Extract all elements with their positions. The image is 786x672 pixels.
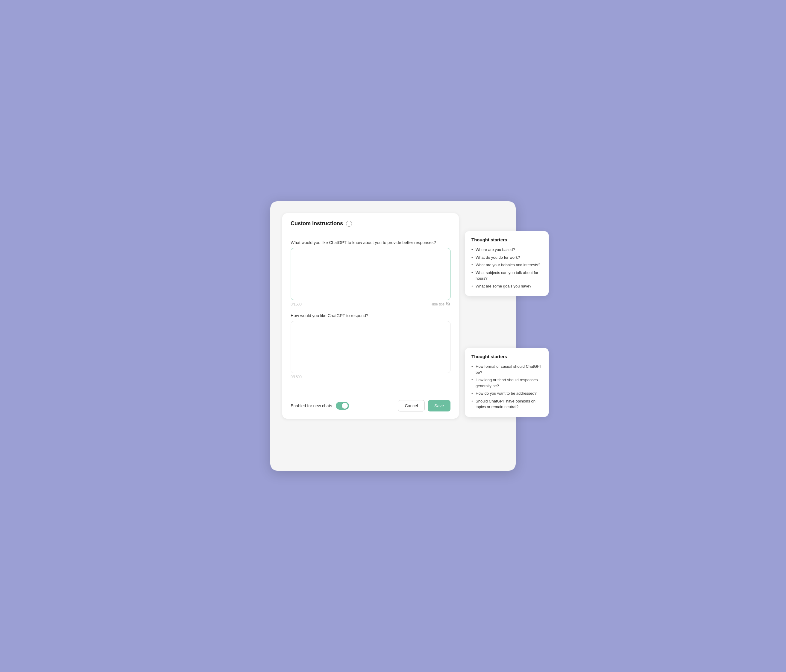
cancel-button[interactable]: Cancel [398,400,425,411]
thought-starters-1-list: Where are you based? What do you do for … [472,246,542,290]
outer-card: Custom instructions i What would you lik… [270,201,516,471]
section2-textarea-wrapper [291,321,450,373]
list-item: How do you want to be addressed? [472,390,542,397]
section2-label: How would you like ChatGPT to respond? [291,313,450,318]
button-group: Cancel Save [398,400,450,411]
list-item: Where are you based? [472,246,542,253]
list-item: What are your hobbies and interests? [472,261,542,269]
section2-footer: 0/1500 [291,375,450,379]
section1-textarea[interactable] [291,248,450,300]
thought-starters-panel-1: Thought starters Where are you based? Wh… [465,231,549,296]
list-item: What are some goals you have? [472,282,542,290]
card-footer: Enabled for new chats Cancel Save [282,394,459,419]
save-button[interactable]: Save [428,400,450,411]
toggle-section: Enabled for new chats [291,402,349,410]
list-item: What do you do for work? [472,253,542,261]
card-body: What would you like ChatGPT to know abou… [282,233,459,394]
section1-char-count: 0/1500 [291,302,302,306]
list-item: How long or short should responses gener… [472,376,542,390]
thought-starters-panel-2: Thought starters How formal or casual sh… [465,348,549,417]
modal-title: Custom instructions [291,220,343,227]
hide-tips-button[interactable]: Hide tips [431,302,450,307]
list-item: How formal or casual should ChatGPT be? [472,363,542,376]
info-icon[interactable]: i [346,221,352,227]
section2-textarea[interactable] [291,321,450,373]
section1-textarea-wrapper [291,248,450,300]
section2-char-count: 0/1500 [291,375,302,379]
hide-tips-label: Hide tips [431,302,445,306]
main-card: Custom instructions i What would you lik… [282,213,459,419]
card-header: Custom instructions i [282,213,459,233]
eye-slash-icon [446,302,450,307]
list-item: Should ChatGPT have opinions on topics o… [472,397,542,411]
thought-starters-2-list: How formal or casual should ChatGPT be? … [472,363,542,411]
enabled-toggle[interactable] [336,402,349,410]
section1-footer: 0/1500 Hide tips [291,302,450,307]
list-item: What subjects can you talk about for hou… [472,269,542,282]
toggle-slider [336,402,349,410]
section1-label: What would you like ChatGPT to know abou… [291,240,450,245]
toggle-label-text: Enabled for new chats [291,403,332,408]
thought-starters-1-title: Thought starters [472,237,542,242]
thought-starters-2-title: Thought starters [472,354,542,359]
